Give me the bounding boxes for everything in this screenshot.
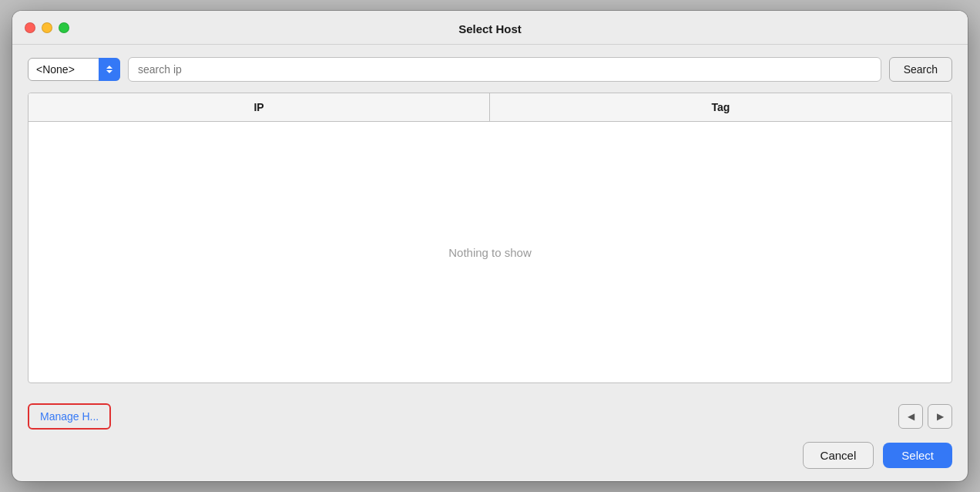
table-body: Nothing to show [29,122,951,382]
filter-dropdown[interactable]: <None> [28,58,120,81]
next-page-button[interactable]: ▶ [928,404,952,429]
column-header-tag: Tag [490,93,951,121]
content-area: <None> Search IP Tag Nothing to show [12,45,968,396]
search-input[interactable] [128,57,881,82]
action-buttons: Cancel Select [803,442,952,469]
title-bar: Select Host [12,11,968,45]
pagination-controls: ◀ ▶ [898,404,952,429]
maximize-button[interactable] [59,22,69,33]
dialog-window: Select Host <None> Search IP Tag [12,11,968,481]
close-button[interactable] [25,22,35,33]
empty-message: Nothing to show [448,246,532,259]
action-buttons-bar: Cancel Select [12,442,968,481]
search-button[interactable]: Search [889,57,952,82]
select-button[interactable]: Select [883,443,952,468]
traffic-lights [25,22,69,33]
bottom-bar: Manage H... ◀ ▶ [12,396,968,442]
minimize-button[interactable] [42,22,52,33]
window-title: Select Host [458,22,522,35]
cancel-button[interactable]: Cancel [803,442,874,469]
results-table: IP Tag Nothing to show [28,93,952,383]
toolbar: <None> Search [28,57,952,82]
filter-dropdown-wrapper: <None> [28,58,120,81]
manage-hosts-button[interactable]: Manage H... [28,403,111,430]
prev-page-button[interactable]: ◀ [898,404,923,429]
table-header: IP Tag [29,93,951,122]
column-header-ip: IP [29,93,490,121]
